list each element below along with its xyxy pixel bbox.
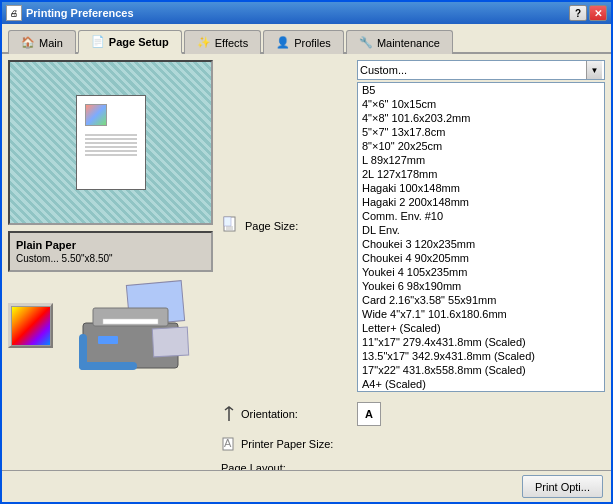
- page-size-icon: [221, 216, 241, 236]
- help-button[interactable]: ?: [569, 5, 587, 21]
- wm-line-6: [85, 154, 137, 156]
- orientation-value: A: [365, 408, 373, 420]
- page-layout-row: Page Layout:: [221, 462, 605, 470]
- tabs-bar: 🏠 Main 📄 Page Setup ✨ Effects 👤 Profiles…: [2, 24, 611, 54]
- list-item-letter-plus[interactable]: Letter+ (Scaled): [358, 321, 604, 335]
- color-preview[interactable]: [8, 303, 53, 348]
- wm-line-5: [85, 150, 137, 152]
- printer-paper-row: A Printer Paper Size:: [221, 436, 605, 452]
- close-button[interactable]: ✕: [589, 5, 607, 21]
- window-title: Printing Preferences: [26, 7, 134, 19]
- tab-maintenance[interactable]: 🔧 Maintenance: [346, 30, 453, 54]
- title-bar: 🖨 Printing Preferences ? ✕: [2, 2, 611, 24]
- content-area: Plain Paper Custom... 5.50"x8.50": [2, 54, 611, 470]
- list-item-4x6[interactable]: 4"×6" 10x15cm: [358, 97, 604, 111]
- paper-image-inner: [86, 105, 106, 125]
- list-item-11x17[interactable]: 11"x17" 279.4x431.8mm (Scaled): [358, 335, 604, 349]
- printing-preferences-window: 🖨 Printing Preferences ? ✕ 🏠 Main 📄 Page…: [0, 0, 613, 504]
- page-setup-tab-icon: 📄: [91, 35, 105, 49]
- page-size-list[interactable]: B5 4"×6" 10x15cm 4"×8" 101.6x203.2mm 5"×…: [357, 82, 605, 392]
- paper-sheet: [76, 95, 146, 190]
- svg-rect-7: [152, 327, 188, 357]
- orientation-label: Orientation:: [241, 408, 298, 420]
- wm-line-1: [85, 134, 137, 136]
- orientation-button[interactable]: A: [357, 402, 381, 426]
- wm-line-2: [85, 138, 137, 140]
- list-item-wide[interactable]: Wide 4"x7.1" 101.6x180.6mm: [358, 307, 604, 321]
- paper-type: Plain Paper: [16, 239, 205, 251]
- tab-main[interactable]: 🏠 Main: [8, 30, 76, 54]
- tab-page-setup-label: Page Setup: [109, 36, 169, 48]
- page-size-row: Page Size: Custom... ▼ B5 4"×6" 10x15cm …: [221, 60, 605, 392]
- list-item-b5[interactable]: B5: [358, 83, 604, 97]
- list-item-4x8[interactable]: 4"×8" 101.6x203.2mm: [358, 111, 604, 125]
- profiles-tab-icon: 👤: [276, 36, 290, 50]
- color-box[interactable]: [11, 306, 51, 346]
- list-item-l[interactable]: L 89x127mm: [358, 153, 604, 167]
- page-layout-label: Page Layout:: [221, 462, 351, 470]
- list-item-5x7[interactable]: 5"×7" 13x17.8cm: [358, 125, 604, 139]
- right-panel: Page Size: Custom... ▼ B5 4"×6" 10x15cm …: [221, 60, 605, 464]
- list-item-hagaki2[interactable]: Hagaki 2 200x148mm: [358, 195, 604, 209]
- effects-tab-icon: ✨: [197, 36, 211, 50]
- list-item-a4plus[interactable]: A4+ (Scaled): [358, 377, 604, 391]
- printer-svg: [73, 278, 213, 373]
- page-size-label: Page Size:: [245, 220, 298, 232]
- page-size-selected: Custom...: [360, 64, 586, 76]
- wm-line-3: [85, 142, 137, 144]
- printer-graphic: [73, 278, 213, 373]
- list-item-2l[interactable]: 2L 127x178mm: [358, 167, 604, 181]
- svg-rect-9: [224, 217, 231, 226]
- list-item-cho3[interactable]: Choukei 3 120x235mm: [358, 237, 604, 251]
- tab-profiles[interactable]: 👤 Profiles: [263, 30, 344, 54]
- page-size-dropdown-btn[interactable]: Custom... ▼: [357, 60, 605, 80]
- list-item-135x17[interactable]: 13.5"x17" 342.9x431.8mm (Scaled): [358, 349, 604, 363]
- tab-effects[interactable]: ✨ Effects: [184, 30, 261, 54]
- paper-info-box: Plain Paper Custom... 5.50"x8.50": [8, 231, 213, 272]
- list-item-8x10[interactable]: 8"×10" 20x25cm: [358, 139, 604, 153]
- print-options-button[interactable]: Print Opti...: [522, 475, 603, 498]
- orientation-label-group: Orientation:: [221, 406, 351, 422]
- printer-paper-icon: A: [221, 436, 237, 452]
- maintenance-tab-icon: 🔧: [359, 36, 373, 50]
- list-item-a3plus[interactable]: A3+ 13"x19" 329x483mm (Scaled): [358, 391, 604, 392]
- page-size-control: Custom... ▼ B5 4"×6" 10x15cm 4"×8" 101.6…: [357, 60, 605, 392]
- paper-preview: [8, 60, 213, 225]
- list-item-you4[interactable]: Youkei 4 105x235mm: [358, 265, 604, 279]
- paper-image: [85, 104, 107, 126]
- tab-profiles-label: Profiles: [294, 37, 331, 49]
- left-panel: Plain Paper Custom... 5.50"x8.50": [8, 60, 213, 464]
- list-item-comm10[interactable]: Comm. Env. #10: [358, 209, 604, 223]
- bottom-bar: Print Opti...: [2, 470, 611, 502]
- printer-paper-label-group: A Printer Paper Size:: [221, 436, 351, 452]
- dropdown-arrow-icon[interactable]: ▼: [586, 61, 602, 79]
- tab-effects-label: Effects: [215, 37, 248, 49]
- title-bar-left: 🖨 Printing Preferences: [6, 5, 134, 21]
- window-icon: 🖨: [6, 5, 22, 21]
- main-tab-icon: 🏠: [21, 36, 35, 50]
- list-item-you6[interactable]: Youkei 6 98x190mm: [358, 279, 604, 293]
- tab-maintenance-label: Maintenance: [377, 37, 440, 49]
- paper-watermark: [85, 134, 137, 156]
- orientation-icon: [221, 406, 237, 422]
- wm-line-4: [85, 146, 137, 148]
- list-item-hagaki[interactable]: Hagaki 100x148mm: [358, 181, 604, 195]
- tab-main-label: Main: [39, 37, 63, 49]
- list-item-17x22[interactable]: 17"x22" 431.8x558.8mm (Scaled): [358, 363, 604, 377]
- svg-rect-6: [98, 336, 118, 344]
- printer-paper-label: Printer Paper Size:: [241, 438, 333, 450]
- tab-page-setup[interactable]: 📄 Page Setup: [78, 30, 182, 54]
- list-item-card[interactable]: Card 2.16"x3.58" 55x91mm: [358, 293, 604, 307]
- list-item-cho4[interactable]: Choukei 4 90x205mm: [358, 251, 604, 265]
- svg-text:A: A: [224, 437, 232, 449]
- page-size-label-group: Page Size:: [221, 216, 351, 236]
- svg-rect-3: [103, 319, 158, 324]
- list-item-dl[interactable]: DL Env.: [358, 223, 604, 237]
- orientation-row: Orientation: A: [221, 402, 605, 426]
- title-bar-buttons: ? ✕: [569, 5, 607, 21]
- paper-size-display: Custom... 5.50"x8.50": [16, 253, 205, 264]
- printer-icon-area: [8, 278, 213, 373]
